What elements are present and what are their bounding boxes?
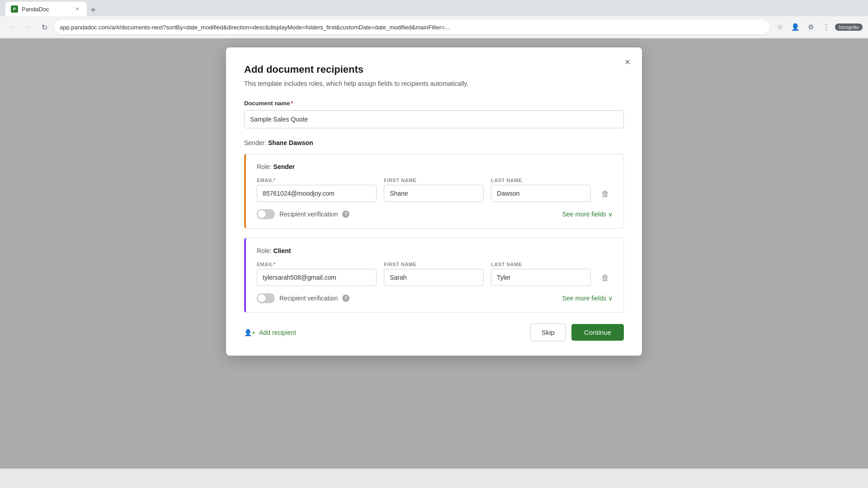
client-card-bottom: Recipient verification ? See more fields… (257, 293, 613, 303)
sender-email-input[interactable] (257, 185, 377, 202)
new-tab-button[interactable]: + (87, 4, 99, 16)
sender-email-label: EMAIL* (257, 178, 377, 183)
incognito-badge: Incognito (835, 23, 863, 31)
client-see-more-button[interactable]: See more fields ∨ (562, 295, 613, 302)
profile-button[interactable]: 👤 (789, 21, 802, 33)
client-lastname-group: LAST NAME (491, 262, 591, 286)
client-lastname-label: LAST NAME (491, 262, 591, 267)
chevron-down-icon-sender: ∨ (608, 211, 613, 218)
sender-delete-button[interactable]: 🗑 (598, 187, 613, 201)
address-bar: ← → ↻ ☆ 👤 ⚙ ⋮ Incognito (0, 16, 868, 38)
sender-firstname-group: FIRST NAME (384, 178, 484, 202)
sender-fields-row: EMAIL* FIRST NAME LAST NAME 🗑 (257, 178, 613, 202)
browser-chrome: P PandaDoc × + ← → ↻ ☆ 👤 ⚙ ⋮ Incognito (0, 0, 868, 38)
role-card-client: Role: Client EMAIL* FIRST NAME LAST NAME (244, 238, 624, 313)
sender-lastname-label: LAST NAME (491, 178, 591, 183)
refresh-button[interactable]: ↻ (38, 21, 51, 33)
document-name-input[interactable] (244, 110, 624, 128)
sender-card-bottom: Recipient verification ? See more fields… (257, 209, 613, 219)
sender-lastname-input[interactable] (491, 185, 591, 202)
sender-verification-info-icon[interactable]: ? (342, 211, 349, 218)
client-fields-row: EMAIL* FIRST NAME LAST NAME 🗑 (257, 262, 613, 286)
trash-icon-client: 🗑 (601, 273, 609, 283)
client-firstname-group: FIRST NAME (384, 262, 484, 286)
address-icons: ☆ 👤 ⚙ ⋮ Incognito (774, 21, 863, 33)
footer-actions: Skip Continue (530, 324, 624, 341)
extensions-button[interactable]: ⚙ (804, 21, 817, 33)
role-card-sender: Role: Sender EMAIL* FIRST NAME LAST NAME (244, 154, 624, 229)
client-verification-toggle[interactable] (257, 293, 275, 303)
add-person-icon: 👤+ (244, 329, 255, 336)
page-content: × Add document recipients This template … (0, 38, 868, 469)
sender-role-label: Role: Sender (257, 163, 613, 170)
client-email-input[interactable] (257, 269, 377, 286)
chevron-down-icon-client: ∨ (608, 295, 613, 302)
close-icon: × (625, 57, 630, 67)
modal-title: Add document recipients (244, 64, 624, 75)
client-delete-button[interactable]: 🗑 (598, 271, 613, 285)
document-name-section: Document name* (244, 100, 624, 128)
modal-close-button[interactable]: × (620, 55, 635, 69)
sender-line: Sender: Shane Dawson (244, 139, 624, 146)
sender-verification-row: Recipient verification ? (257, 209, 349, 219)
add-recipient-button[interactable]: 👤+ Add recipient (244, 325, 296, 340)
sender-verification-label: Recipient verification (279, 211, 338, 218)
trash-icon-sender: 🗑 (601, 189, 609, 199)
url-input[interactable] (54, 20, 770, 34)
sender-firstname-label: FIRST NAME (384, 178, 484, 183)
continue-button[interactable]: Continue (571, 324, 624, 341)
client-verification-info-icon[interactable]: ? (342, 295, 349, 302)
tab-label: PandaDoc (22, 6, 49, 13)
sender-email-group: EMAIL* (257, 178, 377, 202)
tab-close-button[interactable]: × (73, 5, 81, 13)
back-button[interactable]: ← (5, 21, 18, 33)
sender-see-more-button[interactable]: See more fields ∨ (562, 211, 613, 218)
browser-tab[interactable]: P PandaDoc × (5, 2, 87, 16)
bookmark-button[interactable]: ☆ (774, 21, 786, 33)
client-verification-row: Recipient verification ? (257, 293, 349, 303)
client-email-group: EMAIL* (257, 262, 377, 286)
forward-button[interactable]: → (22, 21, 34, 33)
menu-button[interactable]: ⋮ (820, 21, 832, 33)
client-email-label: EMAIL* (257, 262, 377, 267)
client-firstname-label: FIRST NAME (384, 262, 484, 267)
modal: × Add document recipients This template … (226, 47, 642, 356)
client-lastname-input[interactable] (491, 269, 591, 286)
document-name-label: Document name* (244, 100, 624, 107)
tab-favicon: P (11, 5, 18, 13)
modal-subtitle: This template includes roles, which help… (244, 80, 624, 87)
modal-overlay: × Add document recipients This template … (0, 38, 868, 469)
sender-lastname-group: LAST NAME (491, 178, 591, 202)
modal-footer: 👤+ Add recipient Skip Continue (244, 324, 624, 341)
client-firstname-input[interactable] (384, 269, 484, 286)
sender-verification-toggle[interactable] (257, 209, 275, 219)
client-verification-label: Recipient verification (279, 295, 338, 302)
tab-bar: P PandaDoc × + (0, 0, 868, 16)
client-role-label: Role: Client (257, 247, 613, 254)
sender-firstname-input[interactable] (384, 185, 484, 202)
add-recipient-label: Add recipient (259, 329, 296, 336)
skip-button[interactable]: Skip (530, 324, 566, 341)
